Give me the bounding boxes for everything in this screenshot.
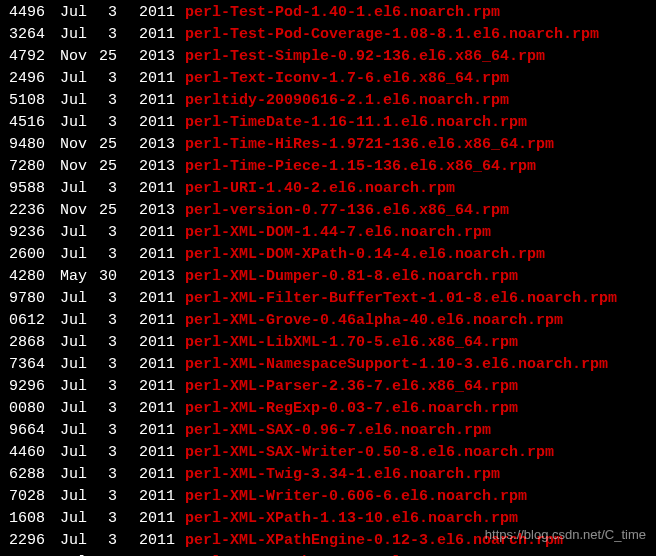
list-row: 9296Jul32011perl-XML-Parser-2.36-7.el6.x… [0,376,656,398]
file-month: Jul [45,288,87,310]
gap [175,222,185,244]
file-size: 0080 [0,398,45,420]
file-day: 3 [87,288,117,310]
list-row: 2868Jul32011perl-XML-LibXML-1.70-5.el6.x… [0,332,656,354]
list-row: 0080Jul32011perl-XML-RegExp-0.03-7.el6.n… [0,398,656,420]
file-year: 2011 [117,508,175,530]
file-name: perl-URI-1.40-2.el6.noarch.rpm [185,178,656,200]
file-day: 3 [87,376,117,398]
file-year: 2013 [117,134,175,156]
file-month: Jul [45,420,87,442]
file-month: Jul [45,530,87,552]
file-size: 0612 [0,310,45,332]
file-month: Jul [45,486,87,508]
file-day: 3 [87,420,117,442]
list-row: 4516Jul32011perl-TimeDate-1.16-11.1.el6.… [0,112,656,134]
file-year: 2011 [117,178,175,200]
file-year: 2011 [117,2,175,24]
list-row: 9588Jul32011perl-URI-1.40-2.el6.noarch.r… [0,178,656,200]
list-row: 4496Jul32011perl-Test-Pod-1.40-1.el6.noa… [0,2,656,24]
file-month: Jul [45,310,87,332]
file-day: 25 [87,46,117,68]
file-month: Jul [45,90,87,112]
file-name: perl-XML-LibXML-1.70-5.el6.x86_64.rpm [185,332,656,354]
file-day: 3 [87,112,117,134]
file-year: 2011 [117,310,175,332]
file-year: 2011 [117,442,175,464]
gap [175,266,185,288]
file-name: perl-XML-RegExp-0.03-7.el6.noarch.rpm [185,398,656,420]
file-size: 4460 [0,442,45,464]
file-size: 2296 [0,530,45,552]
file-year: 2013 [117,46,175,68]
gap [175,332,185,354]
file-size: 1608 [0,508,45,530]
file-year: 2013 [117,266,175,288]
file-name: perl-TimeDate-1.16-11.1.el6.noarch.rpm [185,112,656,134]
file-name: perl-XML-Dumper-0.81-8.el6.noarch.rpm [185,266,656,288]
gap [175,420,185,442]
file-month: Nov [45,200,87,222]
file-day: 25 [87,156,117,178]
list-row: 6288Jul32011perl-XML-Twig-3.34-1.el6.noa… [0,464,656,486]
file-day: 30 [87,266,117,288]
file-year: 2011 [117,552,175,556]
gap [175,354,185,376]
gap [175,112,185,134]
file-name: perl-XML-Parser-2.36-7.el6.x86_64.rpm [185,376,656,398]
file-year: 2011 [117,332,175,354]
file-size: 7028 [0,486,45,508]
gap [175,2,185,24]
file-month: Nov [45,156,87,178]
list-row: 7028Jul32011perl-XML-Writer-0.606-6.el6.… [0,486,656,508]
file-day: 3 [87,310,117,332]
list-row: 9780Jul32011perl-XML-Filter-BufferText-1… [0,288,656,310]
file-size: 9664 [0,420,45,442]
file-month: Jul [45,376,87,398]
file-year: 2011 [117,244,175,266]
file-month: Jul [45,68,87,90]
file-size: 2496 [0,68,45,90]
file-month: Nov [45,46,87,68]
gap [175,288,185,310]
file-name: perl-Test-Pod-1.40-1.el6.noarch.rpm [185,2,656,24]
file-name: perl-XML-SAX-Writer-0.50-8.el6.noarch.rp… [185,442,656,464]
file-month: Jul [45,442,87,464]
gap [175,398,185,420]
file-size: 9588 [0,178,45,200]
file-name: perl-XML-DOM-1.44-7.el6.noarch.rpm [185,222,656,244]
gap [175,376,185,398]
gap [175,552,185,556]
file-name: perl-Time-Piece-1.15-136.el6.x86_64.rpm [185,156,656,178]
file-year: 2011 [117,376,175,398]
file-year: 2011 [117,530,175,552]
file-size: 9296 [0,376,45,398]
file-year: 2011 [117,464,175,486]
file-day: 3 [87,222,117,244]
file-year: 2011 [117,112,175,134]
file-size: 2600 [0,244,45,266]
file-size: 7364 [0,354,45,376]
file-year: 2013 [117,200,175,222]
file-size: 6288 [0,464,45,486]
file-name: perl-XML-Grove-0.46alpha-40.el6.noarch.r… [185,310,656,332]
file-day: 3 [87,2,117,24]
file-year: 2011 [117,68,175,90]
file-day: 3 [87,530,117,552]
file-day: 3 [87,552,117,556]
file-name: perl-XML-Filter-BufferText-1.01-8.el6.no… [185,288,656,310]
list-row: 9664Jul32011perl-XML-SAX-0.96-7.el6.noar… [0,420,656,442]
file-size: 9236 [0,222,45,244]
gap [175,508,185,530]
watermark-text: https://blog.csdn.net/C_time [485,524,646,546]
file-day: 3 [87,178,117,200]
file-day: 3 [87,486,117,508]
list-row: 4280May302013perl-XML-Dumper-0.81-8.el6.… [0,266,656,288]
file-day: 3 [87,244,117,266]
file-month: Jul [45,178,87,200]
file-size: 9780 [0,288,45,310]
list-row: 2496Jul32011perl-Text-Iconv-1.7-6.el6.x8… [0,68,656,90]
file-name: perl-XML-NamespaceSupport-1.10-3.el6.noa… [185,354,656,376]
gap [175,68,185,90]
list-row: 9480Nov252013perl-Time-HiRes-1.9721-136.… [0,134,656,156]
